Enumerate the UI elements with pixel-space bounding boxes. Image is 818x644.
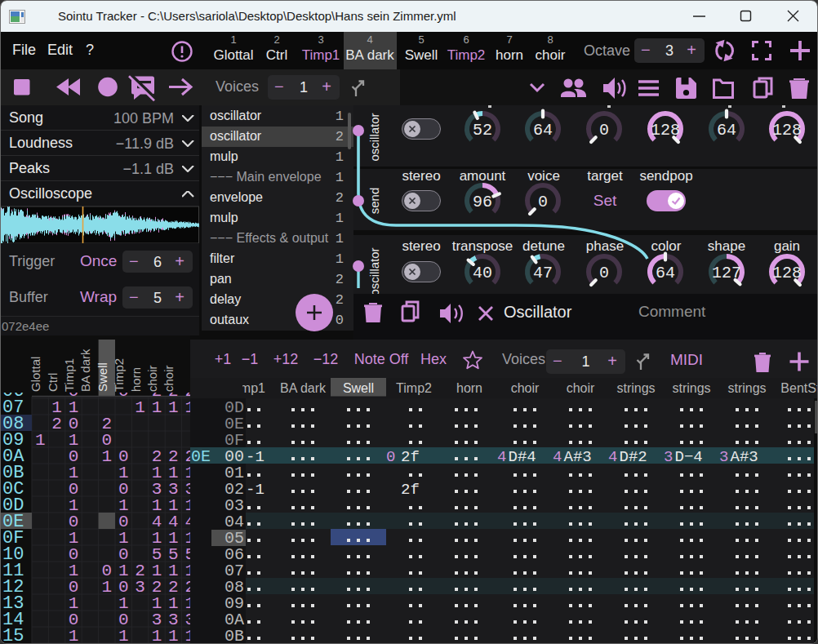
svg-text:1: 1 [69,627,79,644]
svg-text:2f: 2f [401,481,420,499]
svg-text:choir: choir [145,365,159,392]
svg-text:1: 1 [118,627,129,644]
svg-text:0B: 0B [225,627,244,644]
svg-text:4: 4 [608,448,617,466]
svg-text:Swell: Swell [343,381,374,395]
svg-text:choir: choir [162,365,176,392]
svg-text:1: 1 [35,431,46,450]
svg-text:horn: horn [456,381,482,395]
svg-text:1: 1 [101,578,112,597]
svg-text:D−4: D−4 [675,448,703,466]
svg-text:strings: strings [727,381,766,395]
svg-text:strings: strings [616,381,655,395]
svg-text:128: 128 [772,264,802,282]
svg-text:1: 1 [135,398,145,417]
svg-text:D#2: D#2 [620,448,647,466]
svg-text:A#3: A#3 [564,448,592,466]
svg-text:BA dark: BA dark [280,381,327,395]
svg-text:horn: horn [129,367,143,392]
svg-text:1: 1 [168,627,179,644]
svg-text:Timp2: Timp2 [396,381,432,395]
svg-text:1: 1 [101,447,112,466]
svg-text:0: 0 [386,448,395,466]
svg-text:-1: -1 [246,481,265,499]
svg-text:1: 1 [168,398,179,417]
svg-text:127: 127 [712,264,741,282]
svg-text:0E: 0E [191,447,211,466]
svg-text:128: 128 [772,121,802,140]
svg-text:2f: 2f [401,448,420,466]
svg-text:Glottal: Glottal [29,357,42,392]
svg-text:choir: choir [511,381,540,395]
svg-text:A#3: A#3 [731,448,758,466]
svg-text:Timp2: Timp2 [112,358,126,392]
svg-text:3: 3 [664,448,673,466]
svg-text:3: 3 [719,448,728,466]
svg-text:1: 1 [152,398,162,417]
svg-text:choir: choir [567,381,595,395]
svg-text:2: 2 [51,415,62,433]
svg-text:D#4: D#4 [509,448,536,466]
svg-text:3: 3 [135,578,145,597]
svg-text:strings: strings [672,381,710,395]
svg-text:BentStr: BentStr [780,381,818,395]
svg-text:Ctrl: Ctrl [46,373,60,392]
svg-text:15: 15 [2,626,24,644]
svg-text:4: 4 [497,448,506,466]
svg-text:1: 1 [152,627,162,644]
svg-text:BA dark: BA dark [78,349,92,392]
svg-text:64: 64 [717,121,736,140]
svg-text:4: 4 [553,448,562,466]
svg-text:Timp1: Timp1 [62,358,76,392]
svg-text:Swell: Swell [96,362,109,392]
svg-text:-1: -1 [246,448,265,466]
